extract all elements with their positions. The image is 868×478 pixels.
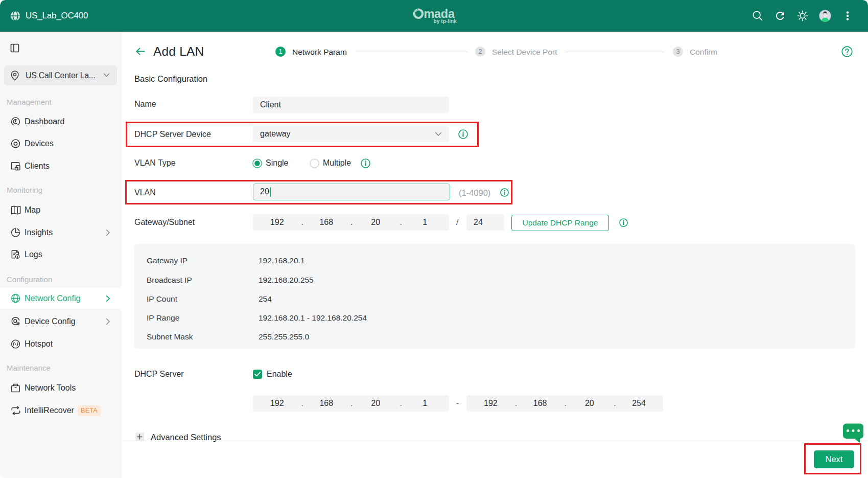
svg-text:by tp-link: by tp-link	[434, 18, 457, 24]
